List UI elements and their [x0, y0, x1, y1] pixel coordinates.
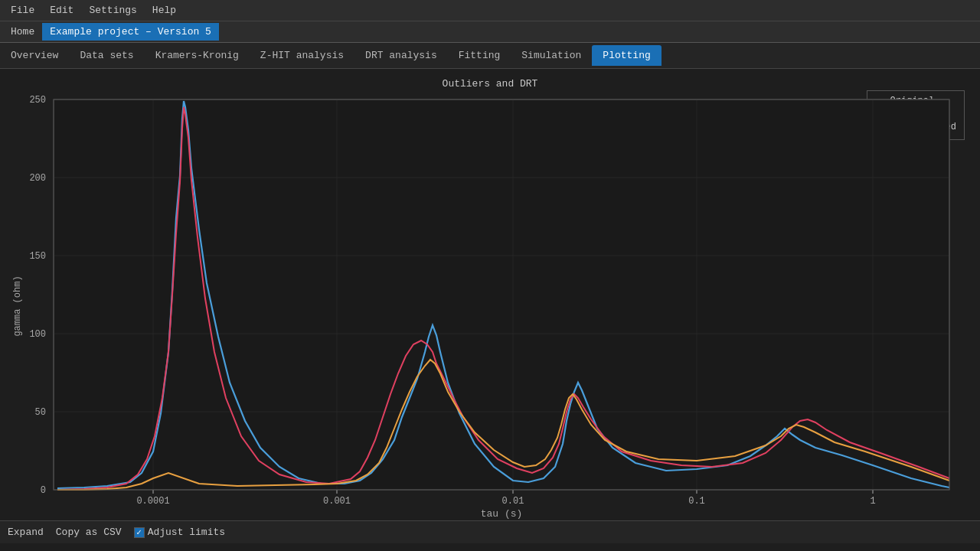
- svg-text:tau (s): tau (s): [481, 508, 523, 520]
- menu-edit[interactable]: Edit: [42, 2, 81, 19]
- chart-svg: 0 50 100 150 200 250 gamma (ohm) 0.0001 …: [8, 92, 972, 520]
- main-content: Outliers and DRT Original Omitted Interp…: [0, 69, 980, 543]
- nav-plotting[interactable]: Plotting: [592, 45, 661, 66]
- menu-help[interactable]: Help: [145, 2, 184, 19]
- nav-datasets[interactable]: Data sets: [69, 45, 144, 66]
- expand-button[interactable]: Expand: [8, 527, 44, 538]
- svg-text:50: 50: [35, 407, 46, 418]
- toolbar: Expand Copy as CSV ✓ Adjust limits: [0, 520, 980, 543]
- svg-rect-0: [54, 99, 949, 490]
- checkmark-icon: ✓: [136, 527, 142, 537]
- svg-text:0.001: 0.001: [323, 496, 351, 507]
- topbar: Home Example project – Version 5: [0, 21, 980, 43]
- svg-text:gamma (ohm): gamma (ohm): [12, 276, 23, 336]
- nav-fitting[interactable]: Fitting: [448, 45, 511, 66]
- copy-csv-button[interactable]: Copy as CSV: [56, 527, 122, 538]
- nav-simulation[interactable]: Simulation: [511, 45, 592, 66]
- svg-text:200: 200: [29, 173, 46, 184]
- menubar: File Edit Settings Help: [0, 0, 980, 21]
- svg-text:150: 150: [29, 251, 46, 262]
- adjust-limits-label[interactable]: ✓ Adjust limits: [134, 527, 225, 538]
- svg-text:100: 100: [29, 329, 46, 340]
- svg-text:0.01: 0.01: [502, 496, 524, 507]
- svg-text:0: 0: [41, 485, 46, 496]
- nav-overview[interactable]: Overview: [0, 45, 69, 66]
- navtabs: Overview Data sets Kramers-Kronig Z-HIT …: [0, 43, 980, 69]
- svg-text:0.0001: 0.0001: [136, 496, 169, 507]
- adjust-limits-text: Adjust limits: [148, 527, 225, 538]
- menu-settings[interactable]: Settings: [81, 2, 144, 19]
- adjust-limits-checkbox[interactable]: ✓: [134, 527, 145, 538]
- nav-drt[interactable]: DRT analysis: [354, 45, 448, 66]
- nav-zhit[interactable]: Z-HIT analysis: [250, 45, 354, 66]
- tab-project[interactable]: Example project – Version 5: [42, 23, 219, 41]
- svg-text:0.1: 0.1: [688, 496, 705, 507]
- menu-file[interactable]: File: [3, 2, 42, 19]
- nav-kramers[interactable]: Kramers-Kronig: [145, 45, 250, 66]
- svg-text:1: 1: [870, 496, 875, 507]
- tab-home[interactable]: Home: [3, 23, 42, 41]
- chart-title: Outliers and DRT: [0, 78, 980, 90]
- svg-text:250: 250: [29, 95, 46, 106]
